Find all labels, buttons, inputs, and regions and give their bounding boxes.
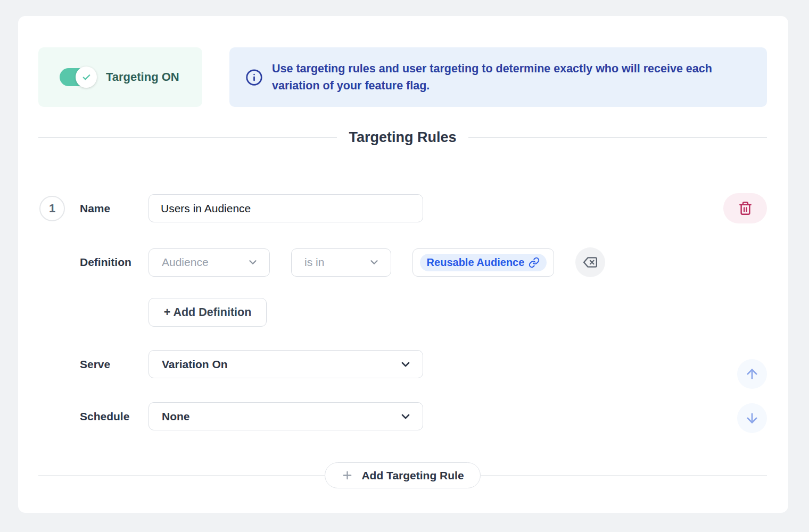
operator-select-value: is in (304, 256, 324, 269)
chevron-down-icon (368, 256, 380, 268)
rule-number-column: 1 (38, 196, 80, 221)
top-row: Targeting ON Use targeting rules and use… (38, 47, 767, 107)
move-rule-up-button[interactable] (737, 359, 767, 389)
move-rule-down-button[interactable] (737, 403, 767, 433)
section-header: Targeting Rules (38, 129, 767, 146)
rule-number-badge: 1 (39, 196, 65, 221)
schedule-select[interactable]: None (148, 402, 423, 430)
attribute-select-value: Audience (162, 256, 209, 269)
add-definition-button[interactable]: + Add Definition (148, 298, 267, 327)
chevron-down-icon (399, 410, 412, 423)
footer-row: Add Targeting Rule (38, 462, 767, 488)
page-background: { "toggle": { "label": "Targeting ON", "… (0, 0, 809, 532)
targeting-toggle[interactable] (60, 68, 95, 86)
audience-value-box: Reusable Audience (412, 248, 554, 277)
add-targeting-rule-label: Add Targeting Rule (361, 469, 464, 482)
info-banner: Use targeting rules and user targeting t… (229, 47, 767, 107)
schedule-select-value: None (162, 410, 190, 423)
info-icon (245, 69, 263, 86)
targeting-toggle-panel: Targeting ON (38, 47, 202, 107)
divider-line (38, 137, 337, 138)
chevron-down-icon (399, 358, 412, 371)
arrow-up-icon (745, 367, 760, 381)
targeting-rule: 1 Name Definition Audience is in Reusabl… (38, 193, 767, 430)
divider-line (481, 475, 767, 476)
add-definition-row: + Add Definition (38, 298, 767, 327)
info-banner-text: Use targeting rules and user targeting t… (272, 60, 740, 94)
link-icon (529, 257, 540, 268)
clear-definition-button[interactable] (575, 247, 605, 277)
rule-definition-row: Definition Audience is in Reusable Audie… (38, 247, 767, 277)
plus-icon (341, 469, 353, 481)
divider-line (38, 475, 325, 476)
divider-line (468, 137, 767, 138)
name-label: Name (80, 202, 148, 215)
rule-name-input[interactable] (148, 194, 423, 222)
serve-select[interactable]: Variation On (148, 350, 423, 378)
targeting-panel: Targeting ON Use targeting rules and use… (18, 16, 788, 513)
section-title: Targeting Rules (349, 129, 456, 146)
operator-select[interactable]: is in (291, 248, 391, 277)
chevron-down-icon (247, 256, 259, 268)
reusable-audience-label: Reusable Audience (427, 256, 525, 269)
delete-rule-button[interactable] (723, 193, 767, 223)
rule-name-row: 1 Name (38, 193, 767, 223)
definition-label: Definition (80, 256, 148, 269)
rule-serve-row: Serve Variation On (38, 350, 767, 378)
attribute-select[interactable]: Audience (148, 248, 270, 277)
check-icon (82, 73, 91, 82)
targeting-status-label: Targeting ON (106, 70, 179, 84)
toggle-knob (76, 66, 97, 88)
rule-schedule-row: Schedule None (38, 402, 767, 430)
serve-label: Serve (80, 358, 148, 371)
trash-icon (738, 201, 753, 215)
add-targeting-rule-button[interactable]: Add Targeting Rule (325, 462, 480, 488)
arrow-down-icon (745, 411, 760, 426)
serve-select-value: Variation On (162, 358, 228, 371)
backspace-icon (583, 255, 597, 269)
schedule-label: Schedule (80, 410, 148, 423)
reusable-audience-chip[interactable]: Reusable Audience (420, 254, 547, 271)
